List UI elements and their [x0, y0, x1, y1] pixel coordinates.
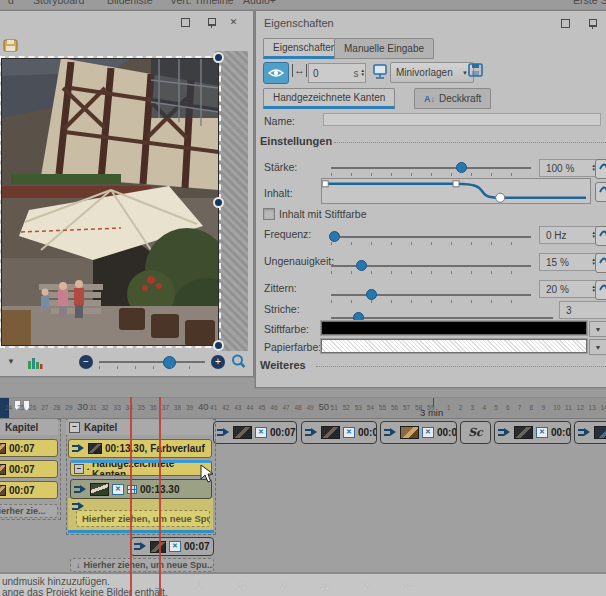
name-input[interactable] [323, 113, 601, 126]
pin-button[interactable] [205, 16, 218, 28]
inhalt-animate-button[interactable] [595, 182, 606, 202]
preview-save-button[interactable] [3, 38, 18, 56]
video-preview-canvas[interactable] [1, 58, 219, 346]
restore-button[interactable] [179, 16, 192, 28]
timeline-clip[interactable]: ✕ 00:07 [130, 537, 214, 556]
ruler-number: 52 [343, 404, 350, 411]
preview-zoom-bar: ▼ − + [0, 351, 253, 376]
clip-effects-icon [72, 444, 85, 453]
photo-clip[interactable]: 00:07 [0, 460, 58, 478]
frequenz-slider[interactable] [331, 236, 531, 238]
timeline-clip[interactable]: ✕ 00:07 [494, 421, 571, 444]
ungenauigkeit-animate-button[interactable] [595, 253, 606, 273]
timeline-clip[interactable]: ✕ 00:07 [380, 421, 457, 444]
collapse-icon[interactable]: − [74, 464, 84, 474]
clip-effects-icon [217, 428, 230, 437]
menu-item-vert-timeline[interactable]: Vert. Timeline [170, 0, 234, 6]
menu-item-storyboard[interactable]: Storyboard [33, 0, 84, 6]
ungenauigkeit-slider[interactable] [331, 265, 531, 267]
range-marker-out[interactable] [159, 397, 161, 596]
ungenauigkeit-value-box[interactable]: 15 % ▲▼ [539, 253, 599, 271]
frequenz-animate-button[interactable] [595, 226, 606, 246]
timeline-clip[interactable] [574, 421, 606, 444]
zittern-value-box[interactable]: 20 % ▲▼ [539, 280, 599, 298]
staerke-animate-button[interactable] [595, 159, 606, 179]
subtab-deckkraft-label: Deckkraft [439, 93, 481, 104]
staerke-slider-handle[interactable] [456, 162, 467, 173]
range-marker-in[interactable] [130, 397, 132, 596]
zoom-in-button[interactable]: + [211, 355, 225, 369]
ungenauigkeit-slider-handle[interactable] [356, 260, 367, 271]
resize-handle-bottom-right[interactable] [213, 340, 224, 351]
close-button[interactable]: ✕ [227, 16, 240, 28]
staerke-value-box[interactable]: 100 % ▲▼ [539, 159, 599, 177]
photo-clip[interactable]: 00:07 [0, 481, 58, 499]
zoom-slider-track[interactable] [99, 361, 205, 363]
zittern-slider[interactable] [331, 294, 531, 296]
frequenz-value-box[interactable]: 0 Hz ▲▼ [539, 226, 599, 244]
timeline-ruler[interactable]: 3 min 2425262728293031323334353637383940… [0, 398, 606, 419]
zittern-slider-handle[interactable] [366, 289, 377, 300]
duration-input[interactable]: 0 s ▲▼ [308, 63, 366, 83]
resize-handle-right[interactable] [213, 197, 224, 208]
staerke-slider[interactable] [331, 167, 531, 169]
papierfarbe-swatch[interactable] [321, 339, 587, 353]
curve-control-point[interactable] [453, 181, 459, 187]
ruler-number: 40 [198, 401, 209, 412]
visibility-toggle-button[interactable] [263, 62, 289, 84]
inhalt-curve-editor[interactable] [321, 178, 591, 204]
collapse-icon[interactable]: − [69, 422, 80, 433]
stiftfarbe-swatch[interactable] [321, 321, 587, 335]
menu-item-partial[interactable]: d [8, 0, 14, 6]
drop-placeholder-bottom[interactable]: ↓ Hierher ziehen, um neue Spu... [70, 558, 214, 572]
zoom-out-button[interactable]: − [79, 355, 93, 369]
striche-slider[interactable] [331, 317, 553, 319]
save-preset-icon[interactable] [468, 63, 483, 77]
video-clip[interactable]: ✕ 00:13.30 [70, 479, 212, 499]
curve-control-point[interactable] [322, 181, 328, 187]
restore-icon [561, 19, 570, 28]
timeline-clip[interactable]: ✕ 00:07 [213, 421, 297, 444]
timeline-title-clip[interactable]: Sc [460, 421, 491, 444]
chapter-header-main[interactable]: − Kapitel [66, 419, 213, 435]
timeline-clip[interactable]: ✕ 00:07 [301, 421, 377, 444]
preset-dropdown[interactable]: Minivorlagen ▼ [390, 62, 474, 83]
zittern-animate-button[interactable] [595, 280, 606, 300]
subtab-handgezeichnete-kanten[interactable]: Handgezeichnete Kanten [263, 88, 395, 109]
inhalt-mit-stiftfarbe-checkbox[interactable] [263, 208, 275, 220]
striche-value-box[interactable]: 3 ▲▼ [559, 301, 606, 319]
tab-manuelle-eingabe[interactable]: Manuelle Eingabe [334, 38, 434, 59]
photo-clip[interactable]: 00:07 [0, 439, 58, 457]
preview-titlebar[interactable]: ✕ [0, 11, 253, 31]
farbverlauf-clip[interactable]: 00:13.30, Farbverlauf [68, 439, 212, 458]
frequenz-value: 0 Hz [546, 230, 567, 241]
clip-duration: 00:07 [437, 427, 457, 438]
menu-item-erste-schritte[interactable]: Erste Sc [573, 0, 606, 6]
subtab-deckkraft[interactable]: A↓ Deckkraft [414, 88, 491, 109]
selection-marquee [0, 56, 221, 348]
zoom-slider-handle[interactable] [163, 356, 176, 369]
apply-to-monitor-icon[interactable] [372, 63, 389, 80]
menu-item-audio[interactable]: Audio+ [243, 0, 276, 6]
properties-restore-button[interactable] [559, 17, 572, 29]
duration-unit: s [354, 68, 361, 79]
stiftfarbe-dropdown[interactable]: ▼ [589, 321, 606, 337]
ruler-number: 26 [29, 404, 36, 411]
properties-pin-button[interactable] [586, 17, 599, 29]
curve-control-point-selected[interactable] [496, 193, 505, 202]
preview-options-dropdown[interactable]: ▼ [7, 357, 15, 366]
chapter-header-left[interactable]: Kapitel [0, 419, 58, 435]
drop-placeholder[interactable]: Hierher ziehen, um neue Spu... [76, 510, 210, 527]
handgezeichnete-kanten-bar[interactable]: − • Handgezeichnete Kanten [70, 460, 212, 476]
histogram-icon[interactable] [27, 355, 43, 369]
clip-effects-icon [134, 542, 147, 551]
frequenz-slider-handle[interactable] [329, 231, 340, 242]
menu-item-bilderliste[interactable]: Bilderliste [107, 0, 153, 6]
resize-handle-top-right[interactable] [213, 52, 224, 63]
restore-icon [181, 18, 190, 27]
duration-spinner[interactable]: ▲▼ [361, 69, 365, 77]
drop-placeholder[interactable]: Hierher zie... [0, 504, 58, 518]
magnifier-icon[interactable] [231, 354, 246, 369]
papierfarbe-dropdown[interactable]: ▼ [589, 339, 606, 355]
inhalt-label: Inhalt: [264, 187, 293, 199]
